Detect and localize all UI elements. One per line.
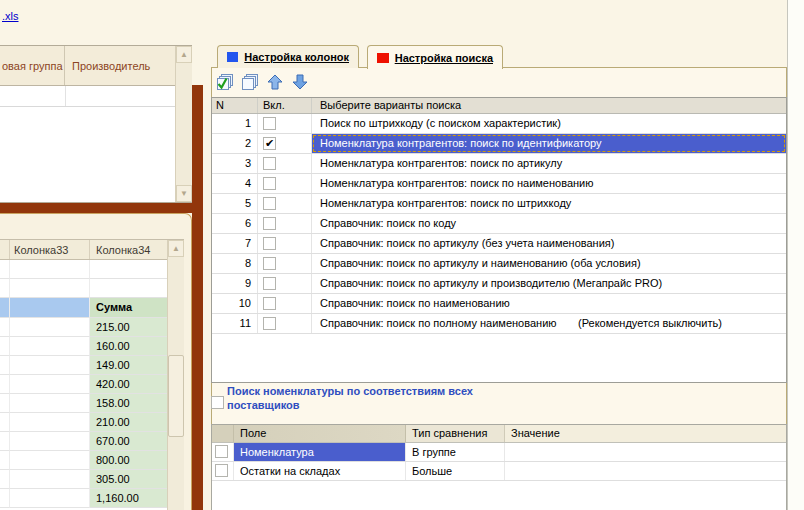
empty-row[interactable]: [0, 279, 167, 298]
variant-label-cell[interactable]: Справочник: поиск по артикулу (без учета…: [312, 234, 786, 253]
search-variant-row[interactable]: 9Справочник: поиск по артикулу и произво…: [212, 274, 786, 294]
filter-value-cell[interactable]: [505, 462, 786, 480]
xls-link[interactable]: .xls: [2, 10, 19, 22]
column-header-field[interactable]: Поле: [234, 425, 406, 442]
column-header-variants[interactable]: Выберите варианты поиска: [312, 98, 786, 113]
search-variant-row[interactable]: 2✔Номенклатура контрагентов: поиск по ид…: [212, 134, 786, 154]
variant-label-cell[interactable]: Справочник: поиск по артикулу и производ…: [312, 274, 786, 293]
value-row[interactable]: 160.00: [0, 337, 167, 356]
row-number: 3: [212, 154, 258, 173]
filter-comparison-cell[interactable]: В группе: [406, 443, 505, 461]
column-header-column34[interactable]: Колонка34: [90, 240, 167, 259]
scrollbar-thumb[interactable]: [168, 355, 184, 437]
column-header-n[interactable]: N: [212, 98, 258, 113]
variant-label: Поиск по штрихкоду (с поиском характерис…: [320, 117, 561, 129]
tab-column-settings[interactable]: Настройка колонок: [217, 45, 359, 68]
column-header-blank: [212, 425, 234, 442]
enabled-checkbox[interactable]: ✔: [263, 137, 276, 150]
search-variant-row[interactable]: 8Справочник: поиск по артикулу и наимено…: [212, 254, 786, 274]
enabled-checkbox[interactable]: [263, 197, 276, 210]
enabled-cell: [258, 214, 312, 233]
column-header-manufacturer[interactable]: Производитель: [65, 46, 175, 85]
move-down-icon[interactable]: [291, 73, 309, 91]
variant-label-cell[interactable]: Номенклатура контрагентов: поиск по штри…: [312, 194, 786, 213]
cell: [10, 279, 90, 298]
move-up-icon[interactable]: [266, 73, 284, 91]
enabled-checkbox[interactable]: [263, 297, 276, 310]
tab-search-settings[interactable]: Настройка поиска: [367, 45, 503, 69]
copy-pages-icon[interactable]: [241, 73, 259, 91]
search-variant-row[interactable]: 11Справочник: поиск по полному наименова…: [212, 314, 786, 334]
enabled-checkbox[interactable]: [263, 117, 276, 130]
sum-row[interactable]: Сумма: [0, 298, 167, 318]
app-window: .xls овая группа Производитель ▲ ▼ Колон…: [0, 0, 804, 510]
left-bottom-scrollbar[interactable]: ▲: [167, 240, 184, 510]
column-header-price-group[interactable]: овая группа: [0, 46, 65, 85]
filter-row[interactable]: НоменклатураВ группе: [212, 443, 786, 462]
enabled-checkbox[interactable]: [263, 217, 276, 230]
right-margin: [787, 0, 804, 510]
scroll-down-icon[interactable]: ▼: [176, 185, 192, 202]
cell: [10, 451, 90, 470]
variant-label-cell[interactable]: Номенклатура контрагентов: поиск по арти…: [312, 154, 786, 173]
value-row[interactable]: 215.00: [0, 318, 167, 337]
supplier-search-label: Поиск номенклатуры по соответствиям всех…: [227, 384, 527, 412]
apply-pages-icon[interactable]: [216, 73, 234, 91]
value-row[interactable]: 149.00: [0, 356, 167, 375]
filter-comparison-cell[interactable]: Больше: [406, 462, 505, 480]
variant-label-cell[interactable]: Справочник: поиск по артикулу и наименов…: [312, 254, 786, 273]
filter-checkbox[interactable]: [215, 445, 228, 458]
sum-value-cell: 215.00: [90, 318, 167, 337]
column-header-comparison[interactable]: Тип сравнения: [406, 425, 505, 442]
filter-row[interactable]: Остатки на складахБольше: [212, 462, 786, 481]
enabled-checkbox[interactable]: [263, 157, 276, 170]
table-row[interactable]: [0, 86, 175, 107]
column-header-value[interactable]: Значение: [505, 425, 786, 442]
sum-value-cell: 160.00: [90, 337, 167, 356]
search-variant-row[interactable]: 10Справочник: поиск по наименованию: [212, 294, 786, 314]
enabled-checkbox[interactable]: [263, 257, 276, 270]
variant-label-cell[interactable]: Поиск по штрихкоду (с поиском характерис…: [312, 114, 786, 133]
filter-field-cell[interactable]: Номенклатура: [234, 443, 406, 461]
search-variant-row[interactable]: 5Номенклатура контрагентов: поиск по штр…: [212, 194, 786, 214]
filter-checkbox[interactable]: [215, 464, 228, 477]
value-row[interactable]: 800.00: [0, 451, 167, 470]
value-row[interactable]: 420.00: [0, 375, 167, 394]
variant-label-cell[interactable]: Справочник: поиск по коду: [312, 214, 786, 233]
empty-row[interactable]: [0, 260, 167, 279]
variant-label-cell[interactable]: Справочник: поиск по полному наименовани…: [312, 314, 786, 333]
cell: [10, 356, 90, 375]
variant-label-cell[interactable]: Номенклатура контрагентов: поиск по иден…: [312, 134, 786, 153]
left-top-scrollbar[interactable]: ▲ ▼: [175, 46, 192, 202]
value-row[interactable]: 158.00: [0, 394, 167, 413]
value-row[interactable]: 1,160.00: [0, 489, 167, 508]
filter-value-cell[interactable]: [505, 443, 786, 461]
variant-label-cell[interactable]: Номенклатура контрагентов: поиск по наим…: [312, 174, 786, 193]
column-header-column33[interactable]: Колонка33: [10, 240, 90, 259]
search-variant-row[interactable]: 6Справочник: поиск по коду: [212, 214, 786, 234]
enabled-checkbox[interactable]: [263, 277, 276, 290]
variant-label: Справочник: поиск по артикулу (без учета…: [320, 237, 614, 249]
row-number: 9: [212, 274, 258, 293]
enabled-cell: [258, 114, 312, 133]
value-row[interactable]: 670.00: [0, 432, 167, 451]
search-variant-row[interactable]: 4Номенклатура контрагентов: поиск по наи…: [212, 174, 786, 194]
supplier-search-checkbox[interactable]: [211, 396, 224, 409]
filter-field-cell[interactable]: Остатки на складах: [234, 462, 406, 480]
scroll-up-icon[interactable]: ▲: [176, 46, 192, 63]
value-row[interactable]: 210.00: [0, 413, 167, 432]
value-row[interactable]: 305.00: [0, 470, 167, 489]
scroll-up-icon[interactable]: ▲: [168, 240, 184, 257]
enabled-checkbox[interactable]: [263, 237, 276, 250]
search-variant-row[interactable]: 7Справочник: поиск по артикулу (без учет…: [212, 234, 786, 254]
search-variant-row[interactable]: 1Поиск по штрихкоду (с поиском характери…: [212, 114, 786, 134]
column-header-enabled[interactable]: Вкл.: [258, 98, 312, 113]
enabled-checkbox[interactable]: [263, 317, 276, 330]
search-variant-row[interactable]: 3Номенклатура контрагентов: поиск по арт…: [212, 154, 786, 174]
sum-label-cell: Сумма: [90, 298, 167, 318]
enabled-checkbox[interactable]: [263, 177, 276, 190]
cell: [0, 432, 10, 451]
cell: [90, 260, 167, 279]
cell: [10, 489, 90, 508]
variant-label-cell[interactable]: Справочник: поиск по наименованию: [312, 294, 786, 313]
